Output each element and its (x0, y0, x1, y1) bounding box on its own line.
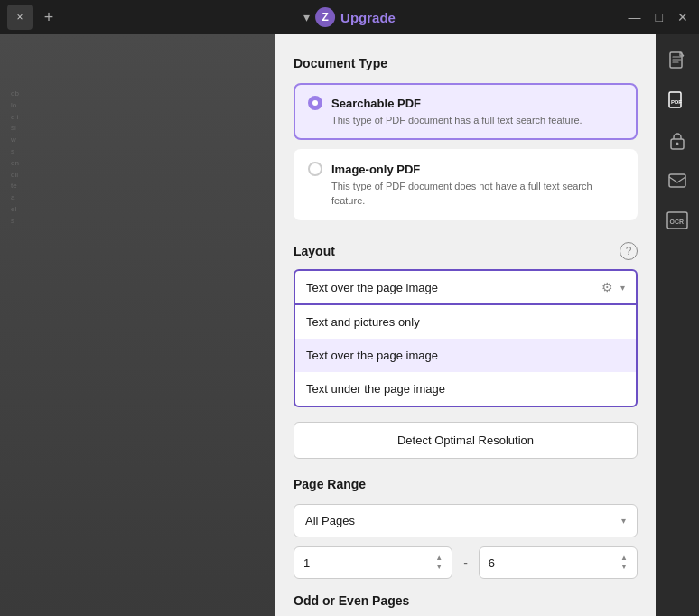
page-range-select-value: All Pages (305, 514, 355, 527)
document-type-options: Searchable PDF This type of PDF document… (294, 83, 638, 220)
page-start-down[interactable]: ▼ (435, 564, 443, 571)
tab-add-button[interactable]: + (36, 5, 61, 30)
page-start-value: 1 (303, 556, 310, 570)
close-icon: × (16, 11, 23, 23)
image-only-pdf-radio[interactable] (308, 162, 322, 176)
radio-inner (312, 100, 318, 106)
image-only-pdf-option[interactable]: Image-only PDF This type of PDF document… (294, 149, 638, 220)
odd-even-section: Odd or Even Pages All Pages in Range ▾ (294, 593, 638, 616)
right-panel: Document Type Searchable PDF This type o… (275, 34, 656, 616)
page-range-chevron: ▾ (621, 516, 626, 526)
sidebar-icon-mail[interactable] (661, 164, 694, 197)
layout-dropdown-container: Text over the page image ⚙ ▾ Text and pi… (294, 269, 638, 407)
minimize-button[interactable]: — (629, 10, 641, 24)
svg-point-4 (676, 143, 679, 145)
titlebar-controls: — □ ✕ (629, 10, 688, 24)
titlebar-dropdown[interactable]: ▾ (303, 10, 310, 24)
layout-dropdown-menu: Text and pictures only Text over the pag… (294, 305, 638, 407)
right-sidebar: PDF OCR (656, 34, 699, 616)
sidebar-icon-document[interactable] (661, 45, 694, 78)
layout-label: Layout (294, 244, 335, 258)
detect-optimal-resolution-button[interactable]: Detect Optimal Resolution (294, 422, 638, 459)
layout-section: Layout ? Text over the page image ⚙ ▾ Te… (294, 242, 638, 407)
layout-chevron: ▾ (620, 283, 625, 293)
sidebar-icon-ocr[interactable]: OCR (661, 204, 694, 237)
tab-close-button[interactable]: × (7, 5, 33, 30)
sidebar-icon-pdf[interactable]: PDF (661, 85, 694, 117)
page-range-label: Page Range (294, 477, 638, 491)
page-range-select[interactable]: All Pages ▾ (294, 504, 638, 537)
layout-selected-value: Text over the page image (306, 281, 438, 294)
add-icon: + (44, 8, 54, 27)
page-end-stepper[interactable]: ▲ ▼ (620, 555, 628, 571)
page-end-input[interactable]: 6 ▲ ▼ (479, 546, 638, 579)
page-range-dash: - (463, 555, 468, 570)
help-icon[interactable]: ? (620, 242, 638, 260)
image-only-pdf-header: Image-only PDF (308, 162, 623, 176)
sidebar-icon-lock[interactable] (661, 125, 694, 157)
page-start-up[interactable]: ▲ (435, 555, 443, 562)
close-window-button[interactable]: ✕ (677, 10, 688, 24)
layout-dropdown-controls: ⚙ ▾ (601, 280, 625, 294)
searchable-pdf-option[interactable]: Searchable PDF This type of PDF document… (294, 83, 638, 140)
upgrade-label: Upgrade (340, 10, 396, 25)
upgrade-icon: Z (315, 7, 335, 27)
layout-option-text-over[interactable]: Text over the page image (295, 339, 636, 372)
searchable-pdf-header: Searchable PDF (308, 96, 623, 110)
layout-header: Layout ? (294, 242, 638, 260)
page-range-section: Page Range All Pages ▾ 1 ▲ ▼ - 6 ▲ (294, 477, 638, 579)
svg-rect-5 (669, 174, 685, 187)
help-icon-symbol: ? (626, 245, 632, 257)
titlebar-center: ▾ Z Upgrade (303, 7, 396, 27)
svg-text:OCR: OCR (670, 219, 685, 225)
image-only-pdf-name: Image-only PDF (331, 163, 420, 176)
layout-option-text-under[interactable]: Text under the page image (295, 372, 636, 406)
odd-even-label: Odd or Even Pages (294, 593, 638, 608)
page-start-input[interactable]: 1 ▲ ▼ (294, 546, 452, 579)
svg-text:PDF: PDF (671, 99, 682, 105)
searchable-pdf-desc: This type of PDF document has a full tex… (331, 114, 623, 127)
layout-option-text-pictures[interactable]: Text and pictures only (295, 305, 636, 339)
titlebar: × + ▾ Z Upgrade — □ ✕ (0, 0, 699, 34)
left-panel: oblod islwsendilteaels (0, 34, 275, 616)
document-text-overlay: oblod islwsendilteaels (0, 34, 271, 616)
page-end-value: 6 (489, 556, 495, 570)
page-end-up[interactable]: ▲ (620, 555, 628, 562)
main-layout: oblod islwsendilteaels Document Type Sea… (0, 34, 699, 616)
page-range-inputs: 1 ▲ ▼ - 6 ▲ ▼ (294, 546, 638, 579)
layout-settings-icon[interactable]: ⚙ (601, 280, 613, 294)
document-preview: oblod islwsendilteaels (0, 34, 275, 616)
upgrade-button[interactable]: Z Upgrade (315, 7, 396, 27)
document-type-label: Document Type (294, 56, 638, 70)
titlebar-tabs: × + (7, 5, 61, 30)
layout-dropdown-selected[interactable]: Text over the page image ⚙ ▾ (294, 269, 638, 305)
page-end-down[interactable]: ▼ (620, 564, 628, 571)
searchable-pdf-name: Searchable PDF (331, 97, 421, 110)
page-start-stepper[interactable]: ▲ ▼ (435, 555, 443, 571)
image-only-pdf-desc: This type of PDF document does not have … (331, 180, 623, 208)
searchable-pdf-radio[interactable] (308, 96, 322, 110)
restore-button[interactable]: □ (656, 10, 663, 24)
